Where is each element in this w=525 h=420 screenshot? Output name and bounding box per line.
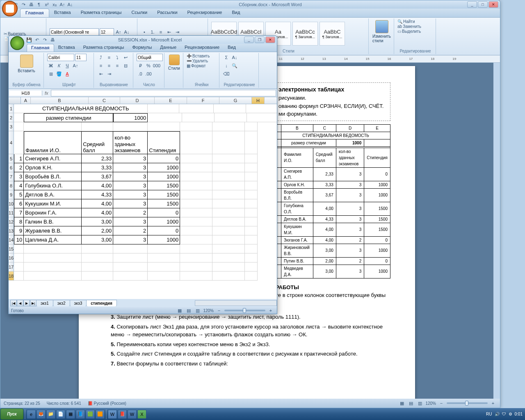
cell[interactable]: 6: [14, 199, 24, 208]
ribbon-tab[interactable]: Главная: [27, 44, 54, 52]
cell[interactable]: [212, 154, 245, 163]
cell[interactable]: 0: [148, 226, 180, 235]
fill-down-icon[interactable]: ↓: [223, 62, 230, 69]
indent-icon[interactable]: ⇥: [105, 70, 113, 78]
grow-font-icon[interactable]: A↑: [59, 1, 66, 8]
excel-zoom[interactable]: 120%: [203, 308, 214, 313]
ribbon-tab[interactable]: Рассылки: [152, 9, 182, 17]
merge-icon[interactable]: ⊟: [122, 62, 129, 69]
row-header[interactable]: 5: [9, 154, 14, 163]
find-button[interactable]: 🔍 Найти: [397, 19, 433, 24]
cell[interactable]: 4,00: [82, 181, 113, 190]
row-header[interactable]: 7: [9, 172, 14, 181]
name-box[interactable]: H18: [9, 91, 42, 96]
cell[interactable]: [212, 190, 245, 199]
right-icon[interactable]: ≡: [114, 62, 121, 69]
cell[interactable]: [212, 226, 245, 235]
cell[interactable]: [180, 131, 212, 154]
cell[interactable]: 1500: [148, 181, 180, 190]
taskbar-word-icon[interactable]: W: [108, 410, 117, 419]
cell[interactable]: 2: [113, 208, 148, 217]
taskbar-firefox-icon[interactable]: 🦊: [37, 410, 46, 419]
cell[interactable]: 3: [113, 199, 148, 208]
multilevel-icon[interactable]: ≡: [157, 28, 164, 36]
row-header[interactable]: 17: [9, 262, 14, 272]
currency-icon[interactable]: ₽: [137, 62, 144, 69]
column-header[interactable]: A: [21, 97, 31, 104]
border-icon[interactable]: ⊞: [47, 70, 55, 78]
cell[interactable]: [212, 217, 245, 226]
row-header[interactable]: 12: [9, 217, 14, 226]
left-icon[interactable]: ≡: [97, 62, 105, 69]
cell[interactable]: 0: [148, 154, 180, 163]
cell[interactable]: Средний балл: [82, 131, 113, 154]
cell[interactable]: [179, 104, 214, 113]
cell[interactable]: [148, 104, 179, 113]
styles-button[interactable]: Стили: [168, 54, 180, 71]
row-header[interactable]: 8: [9, 181, 14, 190]
cell[interactable]: [180, 226, 212, 235]
cell[interactable]: [245, 199, 258, 208]
paste-button[interactable]: Вставить: [12, 54, 41, 74]
taskbar-pdf-icon[interactable]: 📕: [118, 410, 127, 419]
cell[interactable]: [180, 163, 212, 172]
status-lang[interactable]: Русский (Россия): [94, 401, 126, 406]
cell[interactable]: [14, 122, 24, 131]
cell[interactable]: Цаплина Д.А.: [24, 235, 82, 244]
ribbon-tab[interactable]: Данные: [156, 44, 180, 52]
sheet-nav-next[interactable]: ▶: [23, 300, 30, 306]
cell[interactable]: 5: [14, 190, 24, 199]
cell[interactable]: [180, 235, 212, 244]
cell[interactable]: Орлов К.Н.: [24, 163, 82, 172]
outdent-icon[interactable]: ⇤: [97, 70, 105, 78]
ribbon-tab[interactable]: Рецензирование: [183, 9, 227, 17]
cell[interactable]: [245, 208, 258, 217]
cell[interactable]: кол-во зданных экзаменов: [113, 131, 148, 154]
inc-dec-icon[interactable]: .0: [137, 70, 144, 78]
replace-button[interactable]: ab Заменить: [397, 24, 433, 29]
view-break-icon[interactable]: ▥: [194, 307, 201, 314]
tray-icon[interactable]: 🛡: [502, 412, 506, 416]
zoom-in-icon[interactable]: +: [489, 399, 497, 407]
taskbar-app-icon[interactable]: 🟩: [86, 410, 95, 419]
cell[interactable]: 2: [113, 226, 148, 235]
cell[interactable]: 4,00: [82, 199, 113, 208]
cell[interactable]: 4,00: [82, 208, 113, 217]
numbering-icon[interactable]: 1.: [149, 28, 156, 36]
zoom-out-icon[interactable]: −: [438, 399, 445, 407]
sheet-nav-last[interactable]: ▶|: [30, 300, 37, 306]
cell[interactable]: 2,00: [82, 226, 113, 235]
cell[interactable]: 4,33: [82, 190, 113, 199]
cell[interactable]: [148, 244, 180, 253]
clear-icon[interactable]: ⌫: [223, 70, 230, 78]
row-header[interactable]: 18: [9, 272, 14, 281]
cell[interactable]: 1500: [148, 190, 180, 199]
cell[interactable]: [148, 262, 180, 272]
cell[interactable]: 3: [113, 163, 148, 172]
cell[interactable]: [212, 172, 245, 181]
outdent-icon[interactable]: ⇤: [165, 28, 173, 36]
cell[interactable]: [182, 113, 215, 122]
cell[interactable]: [212, 163, 245, 172]
row-header[interactable]: 6: [9, 163, 14, 172]
row-header[interactable]: 3: [9, 122, 14, 131]
cell[interactable]: 9: [14, 226, 24, 235]
cell[interactable]: [14, 262, 24, 272]
row-header[interactable]: 10: [9, 199, 14, 208]
taskbar-app-icon[interactable]: 📄: [56, 410, 65, 419]
cell[interactable]: Дятлов В.А.: [24, 190, 82, 199]
cell[interactable]: [212, 244, 245, 253]
lang-indicator[interactable]: RU: [486, 412, 492, 416]
select-button[interactable]: ▭ Выделить: [397, 29, 433, 34]
font-color-icon[interactable]: A: [64, 70, 71, 78]
underline-icon[interactable]: Ч: [64, 62, 71, 69]
dec-dec-icon[interactable]: .00: [145, 70, 152, 78]
cell[interactable]: 1: [14, 154, 24, 163]
cell[interactable]: [24, 253, 82, 262]
comma-icon[interactable]: 000: [153, 62, 160, 69]
cell[interactable]: [148, 122, 180, 131]
cell[interactable]: Стипендия: [148, 131, 180, 154]
sheet-tab[interactable]: экз2: [53, 300, 70, 306]
cell[interactable]: [24, 244, 82, 253]
row-header[interactable]: 14: [9, 235, 14, 244]
